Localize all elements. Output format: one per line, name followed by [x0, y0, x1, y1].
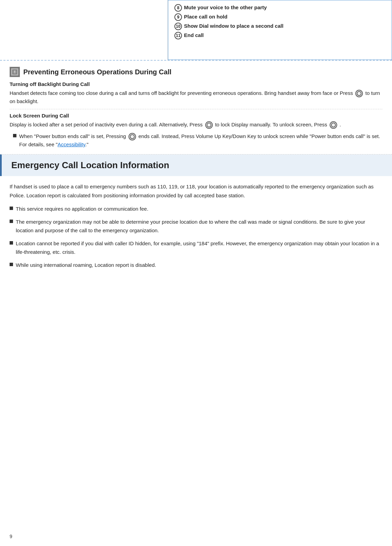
list-item-label: Mute your voice to the other party — [184, 4, 267, 12]
numbered-list-item: 10Show Dial window to place a second cal… — [174, 22, 385, 30]
warning-icon: ! — [12, 69, 17, 75]
bullet-square-icon — [10, 263, 13, 266]
emergency-section: Emergency Call Location Information If h… — [0, 154, 392, 280]
top-section: 8Mute your voice to the other party9Plac… — [0, 0, 392, 61]
emergency-body: If handset is used to place a call to em… — [0, 182, 392, 269]
backlight-icon — [355, 90, 363, 97]
page-wrapper: 8Mute your voice to the other party9Plac… — [0, 0, 392, 546]
preventing-title: Preventing Erroneous Operations During C… — [23, 68, 171, 76]
num-circle: 9 — [174, 13, 182, 21]
numbered-list-item: 9Place call on hold — [174, 13, 385, 21]
lockscreen-subsection: Lock Screen During Call Display is locke… — [10, 113, 382, 149]
numbered-list-item: 8Mute your voice to the other party — [174, 4, 385, 12]
top-right-list: 8Mute your voice to the other party9Plac… — [168, 0, 392, 60]
bullet-square-icon — [10, 241, 13, 245]
accessibility-link[interactable]: Accessibility — [58, 141, 85, 147]
emergency-bullet-item: This service requires no application or … — [10, 204, 382, 213]
bullet-text: When "Power button ends call" is set, Pr… — [19, 132, 382, 149]
lockscreen-body: Display is locked after a set period of … — [10, 121, 382, 129]
emergency-title: Emergency Call Location Information — [11, 160, 169, 170]
emergency-bullet-item: The emergency organization may not be ab… — [10, 218, 382, 235]
lock-icon-2 — [330, 121, 337, 129]
list-item-label: Show Dial window to place a second call — [184, 22, 283, 30]
preventing-section: ! Preventing Erroneous Operations During… — [0, 61, 392, 154]
bullet-square-icon — [13, 134, 16, 137]
lock-divider — [10, 109, 382, 109]
section-header: ! Preventing Erroneous Operations During… — [10, 67, 382, 77]
backlight-body: Handset detects face coming too close du… — [10, 89, 382, 106]
lockscreen-bullets: When "Power button ends call" is set, Pr… — [10, 132, 382, 149]
emergency-header: Emergency Call Location Information — [0, 154, 392, 176]
num-circle: 10 — [174, 23, 182, 30]
svg-text:!: ! — [14, 70, 15, 74]
top-left-empty — [0, 0, 168, 60]
bullet-square-icon — [10, 207, 13, 210]
backlight-subsection: Turning off Backlight During Call Handse… — [10, 81, 382, 106]
bullet-square-icon — [10, 220, 13, 223]
emergency-bullet-text: The emergency organization may not be ab… — [16, 218, 382, 235]
emergency-bullets: This service requires no application or … — [10, 204, 382, 269]
page-number: 9 — [10, 534, 12, 539]
emergency-bullet-text: Location cannot be reported if you dial … — [16, 239, 382, 257]
list-item-label: End call — [184, 32, 204, 39]
section-icon: ! — [10, 67, 20, 77]
num-circle: 11 — [174, 32, 182, 39]
lock-icon-1 — [205, 121, 213, 129]
lockscreen-title: Lock Screen During Call — [10, 113, 382, 119]
emergency-bullet-text: This service requires no application or … — [16, 204, 148, 213]
emergency-bullet-item: While using international roaming, Locat… — [10, 261, 382, 270]
backlight-title: Turning off Backlight During Call — [10, 81, 382, 87]
emergency-bullet-text: While using international roaming, Locat… — [16, 261, 156, 270]
list-item-label: Place call on hold — [184, 13, 228, 21]
section-icon-inner: ! — [10, 67, 19, 76]
num-circle: 8 — [174, 4, 182, 12]
numbered-list: 8Mute your voice to the other party9Plac… — [174, 4, 385, 39]
lockscreen-bullet-1: When "Power button ends call" is set, Pr… — [10, 132, 382, 149]
emergency-intro: If handset is used to place a call to em… — [10, 182, 382, 200]
power-icon — [128, 133, 136, 140]
emergency-bullet-item: Location cannot be reported if you dial … — [10, 239, 382, 257]
numbered-list-item: 11End call — [174, 32, 385, 39]
